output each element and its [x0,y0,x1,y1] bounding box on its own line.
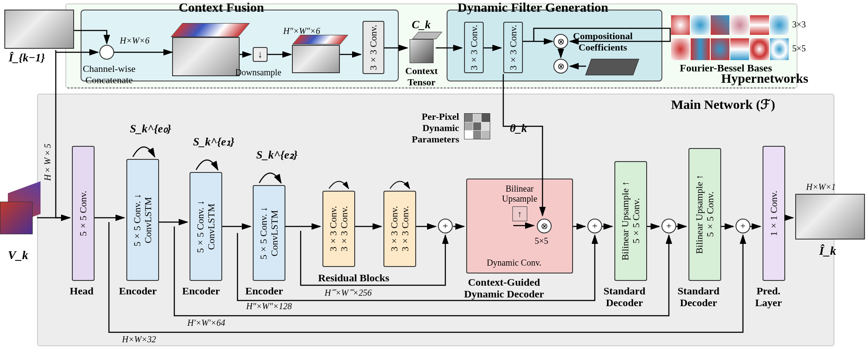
residual-label: Residual Blocks [318,272,389,284]
i-prev-label: Î_{k−1} [9,51,45,64]
standard-decoder-2: Bilinear Upsample ↑ 5×5 Conv. [688,148,721,281]
dyn-conv-size: 5×5 [535,236,548,246]
context-tensor-lbl: Context Tensor [405,65,438,88]
dyn-mult: ⊗ [537,219,552,233]
skip64: H′×W′×64 [187,318,225,328]
encoder-1-text: 5×5 Conv. ↓ ConvLSTM [132,194,154,246]
dynamic-decoder-label: Context-Guided Dynamic Decoder [464,277,544,300]
cf-tensor-top-big [171,23,250,37]
main-network-title: Main Network (ℱ) [671,97,775,112]
bases-3x3 [671,15,789,35]
b3-label: 3×3 [792,20,806,30]
encoder-3: 5×5 Conv. ↓ ConvLSTM [253,185,285,281]
cf-dim-in: H×W×6 [120,36,149,46]
pp-params-cube [464,113,490,139]
add-after-dec2: + [736,219,750,233]
dynamic-decoder: Bilinear Upsample ↑ ⊗ 5×5 Dynamic Conv. [466,179,573,273]
dyn-up-label: Bilinear Upsample [502,184,537,204]
encoder-1: 5×5 Conv. ↓ ConvLSTM [126,159,159,281]
head-block: 5×5 Conv. [72,146,95,281]
dfg-conv2-text: 3×3 Conv. [508,25,519,70]
add-after-dyn: + [587,219,602,233]
skip256: H‴×W‴×256 [325,287,372,298]
s1-label: S_k^{e₁} [193,135,234,148]
context-fusion-title: Context Fusion [179,0,264,15]
encoder-2-label: Encoder [182,285,220,297]
encoder-3-text: 5×5 Conv. ↓ ConvLSTM [258,207,280,260]
residual-1: 3×3 Conv. 3×3 Conv. [322,191,355,267]
s0-label: S_k^{e₀} [130,122,171,135]
pred-label: Pred. Layer [755,285,782,309]
vk-voxel [0,194,48,242]
context-tensor-cube [410,39,434,63]
dfg-conv2: 3×3 Conv. [503,22,523,73]
comp-coeff-label: Compositional Coefficients [573,30,633,53]
head-label: Head [70,285,94,297]
skip32: H×W×32 [122,334,156,344]
add-after-residual: + [438,219,453,233]
residual-2-text: 3×3 Conv. 3×3 Conv. [389,206,411,251]
output-image [795,194,865,240]
concat-op [99,45,114,60]
s2-label: S_k^{e₂} [256,148,298,162]
add-after-dec1: + [661,219,676,233]
encoder-3-label: Encoder [245,285,283,297]
input-image-prev [4,10,74,49]
i-out-label: Î_k [819,244,836,258]
residual-1-text: 3×3 Conv. 3×3 Conv. [328,206,350,251]
bases-label: Fourier-Bessel Bases [680,62,772,74]
b5-label: 5×5 [792,44,806,54]
skip128: H″×W″×128 [246,301,292,311]
pp-params-label: Per-Pixel Dynamic Parameters [412,111,459,145]
standard-decoder-1-label: Standard Decoder [604,285,645,309]
vk-input-dim: H×W×5 [43,144,53,181]
cf-img-big [172,37,240,76]
dynamic-filter-generation-title: Dynamic Filter Generation [458,0,608,15]
downsample-label: Downsample [235,68,281,78]
dfg-conv1-text: 3×3 Conv. [468,25,479,70]
pred-layer: 1×1 Conv. [763,146,785,281]
standard-decoder-2-label: Standard Decoder [678,285,719,309]
bases-5x5 [671,38,789,60]
cf-conv33-text: 3×3 Conv. [368,25,379,70]
context-tensor-sym: C_k [412,18,431,31]
theta-label: θ_k [510,122,527,135]
cf-img-small [292,45,340,73]
standard-decoder-2-text: Bilinear Upsample ↑ 5×5 Conv. [694,175,716,254]
standard-decoder-1: Bilinear Upsample ↑ 5×5 Conv. [614,161,647,281]
residual-2: 3×3 Conv. 3×3 Conv. [383,191,416,267]
comp-coeff-tensor [585,59,639,75]
out-dim: H×W×1 [806,182,836,192]
cf-conv33: 3×3 Conv. [363,21,384,74]
head-text: 5×5 Conv. [78,191,88,236]
encoder-2-text: 5×5 Conv. ↓ ConvLSTM [195,200,217,253]
dfg-mult-bottom: ⊗ [553,59,568,74]
pred-text: 1×1 Conv. [768,191,779,236]
dyn-conv-label: Dynamic Conv. [487,258,541,268]
vk-label: V_k [8,248,28,262]
cf-tensor-top-small [292,35,348,44]
concat-label: Channel-wise Concatenate [83,63,136,86]
downsample-icon: ↓ [253,47,268,62]
dfg-mult-top: ⊗ [553,34,568,49]
encoder-2: 5×5 Conv. ↓ ConvLSTM [190,172,222,281]
dyn-up-icon: ↑ [512,206,527,221]
encoder-1-label: Encoder [119,285,157,297]
dfg-conv1: 3×3 Conv. [464,22,484,73]
standard-decoder-1-text: Bilinear Upsample ↑ 5×5 Conv. [620,181,642,260]
